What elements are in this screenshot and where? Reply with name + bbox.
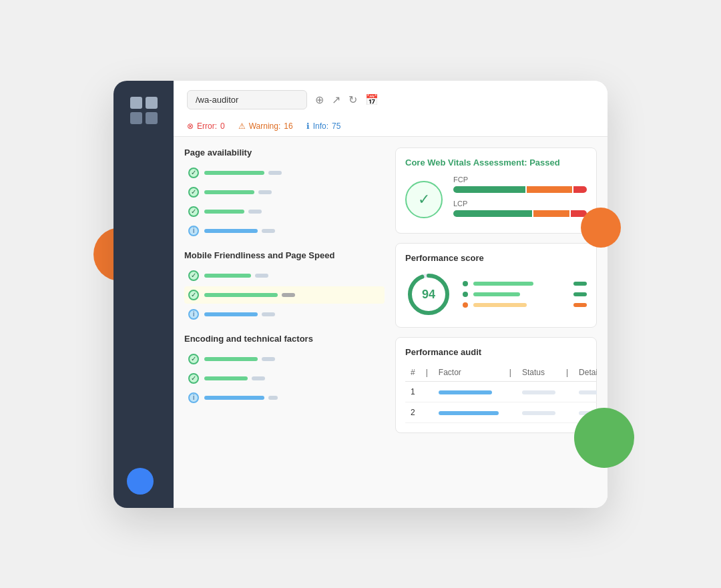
table-row[interactable]: 1 — [405, 381, 597, 402]
row1-divider-2 — [504, 381, 517, 402]
refresh-icon[interactable]: ↻ — [348, 93, 357, 106]
audit-row[interactable]: ✓ — [184, 267, 385, 284]
cwv-status: Passed — [529, 158, 560, 168]
performance-content: 94 — [405, 271, 587, 318]
warning-label: Warning: — [249, 121, 281, 131]
main-content: ⊕ ↗ ↻ 📅 ⊗ Error: 0 ⚠ Warning: 16 — [174, 81, 608, 508]
error-status: ⊗ Error: 0 — [187, 121, 225, 131]
error-count: 0 — [220, 121, 225, 131]
cwv-bars: FCP LCP — [453, 176, 587, 224]
status-bar-1 — [522, 390, 555, 394]
col-factor: Factor — [433, 364, 504, 382]
info-icon: i — [188, 392, 199, 403]
info-count: 75 — [332, 121, 340, 131]
row1-num: 1 — [405, 381, 421, 402]
cwv-title: Core Web Vitals Assessment: Passed — [405, 158, 587, 168]
col-num: # — [405, 364, 421, 382]
decorative-circle-orange-right — [581, 208, 621, 248]
audit-row[interactable]: i — [184, 222, 385, 240]
table-row[interactable]: 2 — [405, 402, 597, 422]
bar-small — [262, 357, 275, 361]
bar-small — [262, 229, 275, 233]
performance-title: Performance score — [405, 253, 587, 263]
status-bar-2 — [522, 411, 555, 415]
info-status: ℹ Info: 75 — [306, 121, 341, 131]
bar-green — [204, 274, 251, 278]
bar-small — [268, 171, 282, 175]
perf-dot-green-2 — [463, 292, 468, 297]
bar-container — [204, 229, 381, 233]
performance-audit-title: Performance audit — [405, 347, 587, 357]
fcp-bar-red — [573, 186, 587, 193]
url-input[interactable] — [187, 90, 307, 109]
bar-container — [204, 357, 381, 361]
perf-right-bar-3 — [573, 303, 587, 307]
bar-container — [204, 210, 381, 214]
bar-blue — [204, 396, 264, 400]
share-icon[interactable]: ↗ — [332, 93, 340, 106]
left-panel: Page availability ✓ ✓ — [184, 148, 385, 497]
perf-bar-1 — [473, 282, 533, 286]
bar-small — [255, 274, 268, 278]
error-label: Error: — [197, 121, 217, 131]
check-icon: ✓ — [188, 270, 199, 281]
calendar-icon[interactable]: 📅 — [365, 93, 379, 106]
perf-right-bar-1 — [573, 282, 587, 286]
bar-green — [204, 357, 258, 361]
bar-blue — [204, 229, 258, 233]
mobile-friendliness-title: Mobile Friendliness and Page Speed — [184, 250, 385, 260]
bar-green — [204, 293, 278, 297]
audit-row[interactable]: ✓ — [184, 350, 385, 368]
fcp-bar-track — [453, 186, 587, 193]
audit-row[interactable]: i — [184, 389, 385, 406]
col-details: Details — [573, 364, 597, 382]
url-bar-area: ⊕ ↗ ↻ 📅 ⊗ Error: 0 ⚠ Warning: 16 — [174, 81, 608, 137]
right-panel: Core Web Vitals Assessment: Passed ✓ FCP — [395, 148, 597, 497]
audit-row[interactable]: i — [184, 306, 385, 323]
fcp-bar-orange — [527, 186, 573, 193]
details-bar-1 — [579, 390, 597, 394]
bar-container — [204, 396, 381, 400]
cwv-content: ✓ FCP — [405, 176, 587, 224]
factor-bar-2 — [439, 411, 499, 415]
info-label: Info: — [313, 121, 328, 131]
row2-divider-2 — [504, 402, 517, 422]
logo-square-1 — [130, 97, 142, 109]
warning-status: ⚠ Warning: 16 — [238, 121, 293, 131]
status-bar: ⊗ Error: 0 ⚠ Warning: 16 ℹ Info: 75 — [187, 116, 594, 136]
cwv-section: Core Web Vitals Assessment: Passed ✓ FCP — [395, 148, 597, 234]
performance-section: Performance score 94 — [395, 243, 597, 328]
audit-row[interactable]: ✓ — [184, 370, 385, 387]
bar-green — [204, 210, 244, 214]
performance-score: 94 — [422, 287, 435, 301]
info-icon: i — [188, 309, 199, 320]
perf-metric-row-1 — [463, 281, 587, 286]
performance-metrics — [463, 281, 587, 308]
info-icon: i — [188, 226, 199, 236]
error-icon: ⊗ — [187, 121, 194, 131]
audit-row[interactable]: ✓ — [184, 184, 385, 201]
audit-row-highlighted[interactable]: ✓ — [184, 286, 385, 304]
bar-container — [204, 274, 381, 278]
bar-green — [204, 171, 264, 175]
check-icon: ✓ — [188, 187, 199, 198]
factor-bar-1 — [439, 390, 492, 394]
lcp-bar-green — [453, 210, 532, 217]
url-bar-row: ⊕ ↗ ↻ 📅 — [187, 90, 594, 109]
bar-container — [204, 171, 381, 175]
col-divider-3: | — [561, 364, 573, 382]
perf-metric-row-2 — [463, 292, 587, 297]
check-icon: ✓ — [188, 290, 199, 300]
row1-status — [517, 381, 561, 402]
perf-dot-orange — [463, 302, 468, 308]
fcp-metric: FCP — [453, 176, 587, 193]
fcp-label: FCP — [453, 176, 587, 184]
check-icon: ✓ — [188, 354, 199, 364]
logo-square-2 — [146, 97, 158, 109]
col-divider-2: | — [504, 364, 517, 382]
audit-row[interactable]: ✓ — [184, 203, 385, 220]
audit-row[interactable]: ✓ — [184, 164, 385, 182]
bar-small — [258, 190, 272, 194]
check-icon: ✓ — [188, 373, 199, 384]
add-icon[interactable]: ⊕ — [315, 93, 324, 106]
